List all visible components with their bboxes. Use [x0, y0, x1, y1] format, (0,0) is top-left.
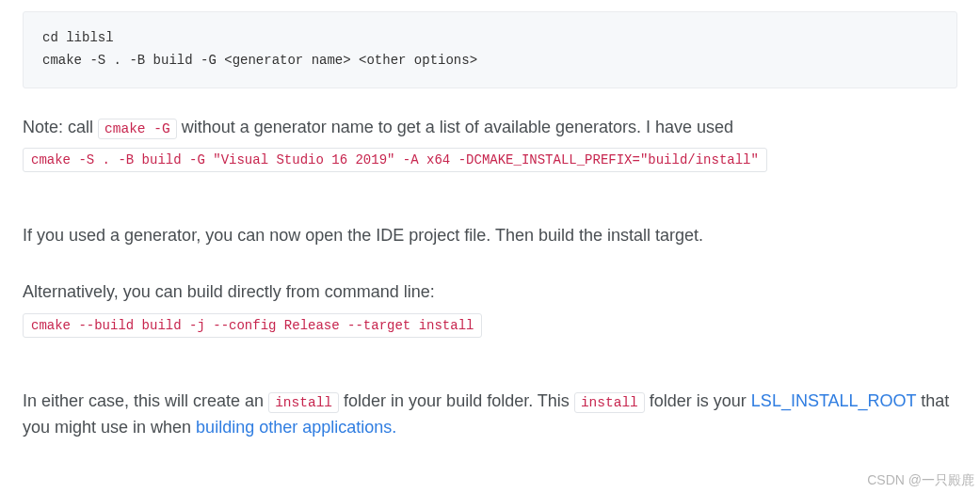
note-text-prefix: Note: call [23, 118, 98, 136]
watermark: CSDN @一只殿鹿 [867, 472, 974, 489]
inline-code-cmake-build[interactable]: cmake --build build -j --config Release … [23, 313, 482, 338]
text-segment: folder in your build folder. This [344, 391, 574, 410]
code-block-setup[interactable]: cd liblsl cmake -S . -B build -G <genera… [23, 11, 957, 88]
alt-paragraph: Alternatively, you can build directly fr… [23, 279, 957, 306]
link-building-other-apps[interactable]: building other applications. [196, 418, 396, 437]
document-content: cd liblsl cmake -S . -B build -G <genera… [0, 11, 980, 441]
install-paragraph: In either case, this will create an inst… [23, 389, 957, 441]
inline-code-install-1: install [268, 392, 339, 413]
inline-code-install-2: install [574, 392, 645, 413]
text-segment: folder is your [650, 391, 751, 410]
inline-code-cmake-vs[interactable]: cmake -S . -B build -G "Visual Studio 16… [23, 148, 767, 172]
note-text-suffix: without a generator name to get a list o… [182, 118, 733, 136]
ide-paragraph: If you used a generator, you can now ope… [23, 223, 957, 249]
inline-code-cmake-g: cmake -G [98, 119, 177, 139]
text-segment: In either case, this will create an [23, 391, 268, 410]
note-paragraph: Note: call cmake -G without a generator … [23, 115, 957, 141]
link-lsl-install-root[interactable]: LSL_INSTALL_ROOT [751, 391, 916, 410]
